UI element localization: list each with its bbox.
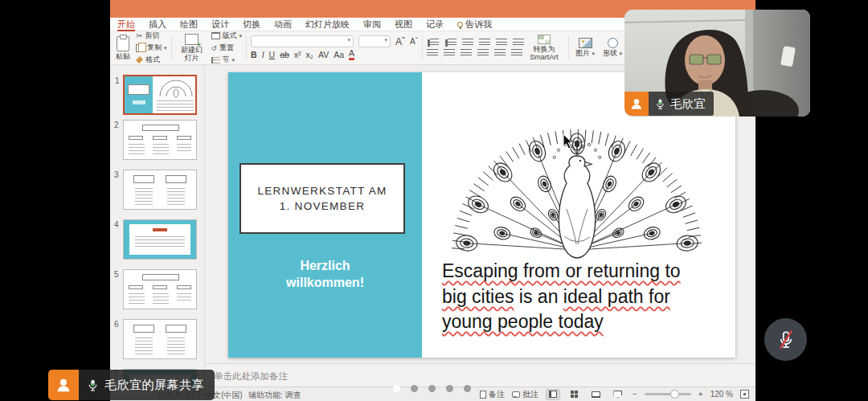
- tab-transitions[interactable]: 切换: [243, 18, 260, 31]
- align-right-icon[interactable]: [461, 49, 472, 58]
- font-color-button[interactable]: A: [349, 49, 354, 60]
- bold-button[interactable]: B: [251, 50, 257, 59]
- thumbnail-number: 6: [114, 320, 119, 329]
- zoom-slider-thumb[interactable]: [670, 390, 679, 399]
- thumbnail-slide-5[interactable]: 5: [123, 269, 197, 309]
- font-size-select[interactable]: [358, 35, 391, 47]
- copy-icon: [136, 44, 142, 52]
- slideshow-icon: [613, 391, 622, 398]
- tab-record[interactable]: 记录: [426, 18, 444, 31]
- shapes-button[interactable]: 形状 ▾: [600, 38, 624, 58]
- tab-review[interactable]: 审阅: [363, 18, 381, 31]
- strikethrough-button[interactable]: ab: [280, 50, 289, 59]
- thumbnail-slide-4[interactable]: 4: [123, 219, 197, 260]
- layout-button[interactable]: 版式▾: [211, 31, 243, 41]
- lightbulb-icon: [457, 22, 463, 27]
- meeting-window: 开始 插入 绘图 设计 切换 动画 幻灯片放映 审阅 视图 记录 告诉我 粘贴 …: [0, 0, 868, 401]
- line-spacing-icon[interactable]: [496, 39, 507, 47]
- dot: [428, 385, 436, 392]
- columns-icon[interactable]: [513, 39, 524, 47]
- subscript-button[interactable]: x₂: [306, 50, 313, 59]
- tab-animations[interactable]: 动画: [274, 18, 292, 31]
- webcam-tile[interactable]: 毛欣宜: [624, 10, 810, 117]
- thumbnail-slide-3[interactable]: 3: [123, 170, 197, 210]
- thumbnail-number: 5: [114, 270, 119, 279]
- indent-increase-icon[interactable]: [479, 39, 490, 47]
- grow-font-button[interactable]: Aˆ: [395, 36, 405, 47]
- slide-greeting[interactable]: Herzlich willkommen!: [228, 257, 422, 291]
- numbering-icon[interactable]: [448, 39, 457, 47]
- zoom-out-button[interactable]: −: [633, 390, 637, 399]
- justify-icon[interactable]: [477, 49, 489, 58]
- comment-icon: [512, 391, 520, 398]
- notes-pane[interactable]: 单击此处添加备注: [206, 363, 755, 387]
- clipboard-icon: [117, 36, 129, 51]
- accessibility-status[interactable]: 辅助功能: 调查: [248, 390, 301, 401]
- microphone-muted-button[interactable]: [764, 318, 807, 361]
- normal-view-icon: [549, 391, 557, 398]
- paste-button[interactable]: 粘贴: [113, 36, 133, 60]
- picture-button[interactable]: 图片 ▾: [573, 38, 597, 58]
- align-left-icon[interactable]: [427, 49, 438, 58]
- layout-icon: [211, 32, 220, 39]
- shapes-icon: [608, 38, 618, 48]
- thumbnail-slide-1[interactable]: 1: [123, 75, 197, 115]
- fit-to-window-button[interactable]: [740, 390, 749, 399]
- thumbnail-slide-2[interactable]: 2: [123, 120, 197, 160]
- copy-button[interactable]: 复制▾: [136, 43, 167, 53]
- superscript-button[interactable]: x²: [294, 50, 301, 59]
- bullets-icon[interactable]: [430, 39, 439, 47]
- normal-view-button[interactable]: [546, 389, 560, 400]
- zoom-slider[interactable]: [645, 393, 691, 395]
- slide-body-text[interactable]: Escaping from or returning to big cities…: [442, 259, 723, 335]
- dot: [411, 385, 418, 392]
- slide-title-box[interactable]: LERNWERKSTATT AM 1. NOVEMBER: [240, 163, 405, 234]
- thumbnail-number: 2: [114, 121, 119, 129]
- new-slide-button[interactable]: 新建幻灯片: [176, 34, 208, 62]
- zoom-level[interactable]: 120 %: [710, 390, 733, 399]
- tab-view[interactable]: 视图: [395, 18, 412, 31]
- picture-icon: [579, 38, 592, 48]
- dot: [464, 385, 471, 392]
- tab-slideshow[interactable]: 幻灯片放映: [305, 18, 350, 31]
- tab-design[interactable]: 设计: [211, 18, 229, 31]
- slide-sorter-button[interactable]: [567, 389, 582, 400]
- thumbnail-slide-6[interactable]: 6: [123, 319, 197, 359]
- reading-view-button[interactable]: [589, 389, 604, 400]
- mouse-cursor: [563, 134, 574, 150]
- notes-icon: [480, 391, 486, 399]
- tab-tell-me[interactable]: 告诉我: [457, 18, 492, 31]
- align-center-icon[interactable]: [444, 49, 455, 58]
- italic-button[interactable]: I: [262, 50, 264, 59]
- character-spacing-button[interactable]: AV: [318, 50, 329, 59]
- underline-button[interactable]: U: [269, 50, 276, 59]
- dropdown-caret: ▾: [164, 45, 167, 51]
- slide-title-line1: LERNWERKSTATT AM: [257, 183, 387, 198]
- tab-insert[interactable]: 插入: [149, 18, 166, 31]
- format-painter-button[interactable]: 格式: [136, 55, 167, 65]
- convert-smartart-button[interactable]: 转换为SmartArt: [524, 34, 564, 62]
- comments-toggle-button[interactable]: 批注: [512, 389, 538, 400]
- reading-view-icon: [592, 391, 600, 398]
- slideshow-button[interactable]: [611, 389, 625, 400]
- shrink-font-button[interactable]: Aˇ: [410, 37, 418, 46]
- reset-button[interactable]: ↺重置: [211, 43, 243, 53]
- text-direction-icon[interactable]: [494, 49, 506, 58]
- tab-draw[interactable]: 绘图: [180, 18, 198, 31]
- mic-on-icon: [86, 378, 100, 392]
- align-text-icon[interactable]: [511, 49, 522, 58]
- font-name-select[interactable]: [251, 35, 354, 47]
- zoom-in-button[interactable]: +: [698, 390, 703, 399]
- smartart-icon: [538, 35, 551, 44]
- change-case-button[interactable]: Aa: [334, 50, 344, 59]
- dot: [446, 385, 453, 392]
- notes-toggle-button[interactable]: 备注: [480, 389, 505, 400]
- tab-home[interactable]: 开始: [117, 18, 135, 31]
- screen-share-pill: 毛欣宜的屏幕共享: [48, 370, 215, 400]
- participant-avatar-icon: [624, 92, 649, 116]
- cut-button[interactable]: ✂剪切: [136, 31, 167, 41]
- slide-progress-dots: [393, 385, 471, 392]
- indent-decrease-icon[interactable]: [462, 39, 473, 47]
- dropdown-caret: ▾: [232, 57, 235, 63]
- section-button[interactable]: 节▾: [211, 55, 243, 65]
